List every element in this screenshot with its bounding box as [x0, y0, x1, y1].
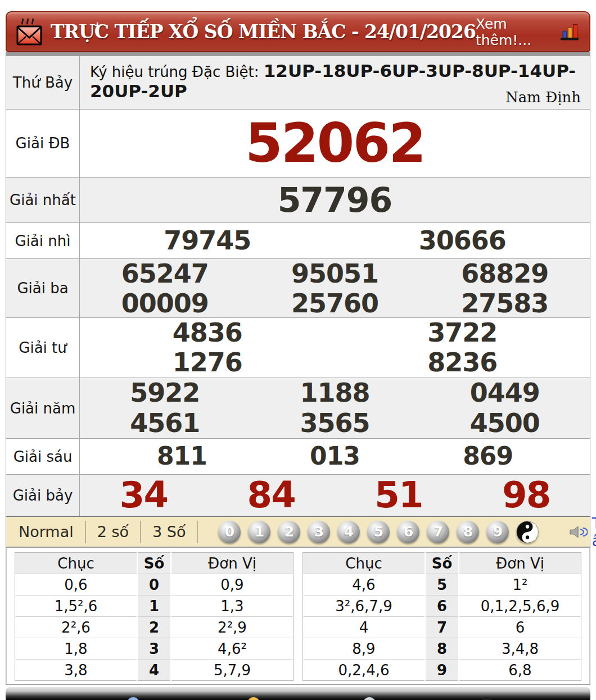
digit-ball-0[interactable]: 0 [218, 521, 241, 543]
prize-numbers: 34 84 51 98 [80, 475, 590, 516]
digit-ball-4[interactable]: 4 [337, 521, 360, 543]
prize-number: 34 [80, 475, 207, 516]
prize-row-fourth: Giải tư 4836 3722 1276 8236 [6, 317, 590, 378]
prize-number: 27583 [420, 289, 590, 319]
widget-footer-bar [6, 687, 590, 700]
digit-ball-5[interactable]: 5 [367, 521, 390, 543]
prize-number: 4500 [420, 408, 590, 438]
prize-label: Giải sáu [6, 439, 80, 474]
so-cell: 3 [137, 638, 171, 660]
col-header-so: Số [425, 553, 459, 574]
table-row: 2²,622²,9 [15, 617, 294, 638]
sign-prefix: Ký hiệu trúng Đặc Biệt: [90, 63, 264, 80]
prize-number: 811 [105, 442, 258, 471]
chuc-cell: 4,6 [303, 574, 426, 596]
prize-number: 0449 [420, 378, 590, 408]
hot-envelope-icon [16, 17, 43, 47]
col-header-so: Số [137, 553, 171, 574]
mute-button[interactable]: Tắt âm [569, 515, 596, 549]
table-row: 0,600,9 [15, 574, 294, 596]
prize-row-third: Giải ba 65247 95051 68829 00009 25760 27… [6, 258, 590, 317]
mode-2so-button[interactable]: 2 số [86, 521, 141, 543]
prize-number: 51 [335, 475, 463, 516]
chuc-cell: 3²,6,7,9 [303, 596, 426, 617]
so-cell: 1 [137, 596, 171, 617]
header-right: Xem thêm!... [476, 16, 580, 48]
prize-number: 5922 [80, 378, 250, 408]
digit-frequency-section: Chục Số Đơn Vị 0,600,9 1,5²,611,3 2²,622… [6, 548, 590, 684]
prize-numbers: 811 013 869 [80, 439, 590, 474]
prize-row-first: Giải nhất 57796 [6, 177, 590, 222]
prize-number: 65247 [80, 259, 250, 289]
digit-ball-7[interactable]: 7 [427, 521, 449, 543]
mode-3so-button[interactable]: 3 Số [141, 521, 198, 543]
donvi-cell: 3,4,8 [459, 638, 581, 660]
prize-number: 4561 [80, 408, 250, 438]
control-bar: Normal 2 số 3 Số 0 1 2 3 4 5 6 7 8 9 [6, 516, 590, 548]
digit-ball-3[interactable]: 3 [308, 521, 330, 543]
region-label: Nam Định [505, 89, 581, 106]
donvi-cell: 1² [459, 574, 581, 596]
so-cell: 0 [137, 574, 171, 596]
bar-chart-icon[interactable] [560, 21, 580, 43]
chuc-cell: 1,8 [15, 638, 138, 660]
prize-number: 013 [258, 442, 411, 471]
prize-numbers: 5922 1188 0449 4561 3565 4500 [80, 378, 590, 438]
col-header-chuc: Chục [15, 553, 138, 574]
digit-ball-6[interactable]: 6 [397, 521, 419, 543]
chuc-cell: 4 [303, 617, 426, 638]
digit-ball-1[interactable]: 1 [248, 521, 270, 543]
prize-number: 1276 [80, 348, 335, 378]
prize-label: Giải nhì [6, 223, 80, 258]
prize-row-fifth: Giải năm 5922 1188 0449 4561 3565 4500 [6, 378, 590, 438]
so-cell: 6 [425, 596, 459, 617]
so-cell: 5 [425, 574, 459, 596]
prize-row-seventh: Giải bảy 34 84 51 98 [6, 474, 590, 516]
chuc-cell: 3,8 [15, 660, 138, 681]
prize-number: 57796 [80, 181, 590, 220]
prize-number: 869 [412, 442, 565, 471]
digit-table-right: Chục Số Đơn Vị 4,651² 3²,6,7,960,1,2,5,6… [302, 552, 581, 681]
prize-number: 25760 [250, 289, 419, 319]
so-cell: 4 [137, 660, 171, 681]
prize-number: 52062 [80, 112, 590, 174]
lottery-widget: TRỰC TIẾP XỔ SỐ MIỀN BẮC - 24/01/2026 Xe… [6, 11, 590, 700]
prize-number: 1188 [250, 378, 419, 408]
table-header-row: Chục Số Đơn Vị [15, 553, 294, 574]
digit-balls: 0 1 2 3 4 5 6 7 8 9 [218, 521, 539, 543]
day-label: Thứ Bảy [6, 56, 80, 109]
prize-number: 8236 [335, 348, 590, 378]
prize-numbers: 52062 [80, 110, 590, 177]
digit-ball-8[interactable]: 8 [457, 521, 479, 543]
table-header-row: Chục Số Đơn Vị [303, 553, 581, 574]
prize-label: Giải tư [6, 318, 80, 378]
prize-row-sixth: Giải sáu 811 013 869 [6, 438, 590, 474]
header-bar: TRỰC TIẾP XỔ SỐ MIỀN BẮC - 24/01/2026 Xe… [6, 11, 590, 52]
prize-number: 98 [462, 475, 590, 516]
digit-ball-9[interactable]: 9 [486, 521, 509, 543]
prize-number: 3722 [335, 318, 590, 348]
yin-yang-ball-icon[interactable] [516, 521, 539, 543]
table-row: 8,983,4,8 [303, 638, 581, 660]
prize-row-special: Giải ĐB 52062 [6, 109, 590, 177]
prize-number: 3565 [250, 408, 419, 438]
so-cell: 9 [425, 660, 459, 681]
mode-normal-button[interactable]: Normal [12, 521, 86, 543]
digit-table-left: Chục Số Đơn Vị 0,600,9 1,5²,611,3 2²,622… [15, 552, 294, 681]
digit-ball-2[interactable]: 2 [278, 521, 300, 543]
so-cell: 2 [137, 617, 171, 638]
donvi-cell: 0,9 [171, 574, 294, 596]
prize-number: 95051 [250, 259, 419, 289]
see-more-link[interactable]: Xem thêm!... [476, 16, 553, 48]
prize-label: Giải ba [6, 259, 80, 317]
sign-row: Thứ Bảy Ký hiệu trúng Đặc Biệt: 12UP-18U… [6, 56, 590, 109]
table-row: 3,845,7,9 [15, 660, 294, 681]
chuc-cell: 0,6 [15, 574, 138, 596]
prize-row-second: Giải nhì 79745 30666 [6, 222, 590, 258]
so-cell: 8 [425, 638, 459, 660]
table-row: 1,5²,611,3 [15, 596, 294, 617]
prize-label: Giải nhất [6, 178, 80, 222]
prize-label: Giải năm [6, 378, 80, 438]
chuc-cell: 0,2,4,6 [303, 660, 426, 681]
table-row: 476 [303, 617, 581, 638]
